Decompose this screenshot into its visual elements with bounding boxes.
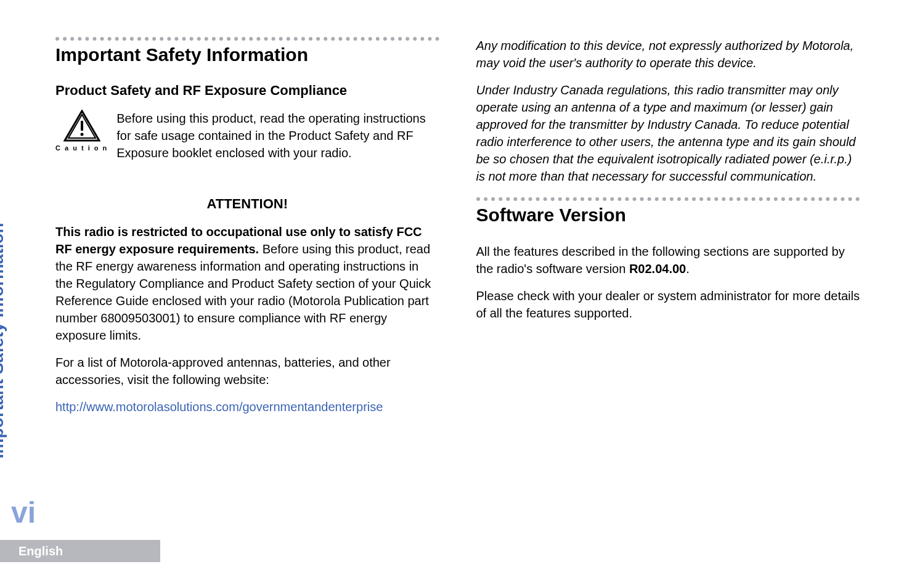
page-number: vi (11, 496, 36, 529)
heading-rf-compliance: Product Safety and RF Exposure Complianc… (55, 83, 439, 99)
fcc-rest-text: Before using this product, read the RF e… (55, 242, 431, 342)
svg-point-3 (80, 133, 83, 136)
software-version-paragraph: All the features described in the follow… (476, 243, 860, 277)
footer-language: English (0, 540, 160, 562)
heading-software-version: Software Version (476, 205, 860, 226)
right-column: Any modification to this device, not exp… (476, 37, 860, 415)
side-tab-label: Important Safety Information (0, 223, 7, 459)
caution-block: C a u t i o n Before using this product,… (55, 110, 439, 171)
modification-notice: Any modification to this device, not exp… (476, 37, 860, 71)
left-column: Important Safety Information Product Saf… (55, 37, 439, 415)
dealer-paragraph: Please check with your dealer or system … (476, 287, 860, 322)
caution-icon (63, 110, 100, 142)
industry-canada-notice: Under Industry Canada regulations, this … (476, 81, 860, 185)
accessories-paragraph: For a list of Motorola-approved antennas… (55, 354, 439, 388)
svg-rect-2 (81, 121, 83, 131)
attention-heading: ATTENTION! (55, 196, 439, 212)
section-divider (55, 37, 439, 41)
software-text-b: . (686, 262, 690, 276)
fcc-paragraph: This radio is restricted to occupational… (55, 223, 439, 344)
heading-safety-info: Important Safety Information (55, 44, 439, 65)
caution-text: Before using this product, read the oper… (116, 110, 439, 161)
caution-icon-wrap: C a u t i o n (55, 110, 108, 171)
software-version-value: R02.04.00 (629, 262, 686, 276)
caution-label: C a u t i o n (55, 144, 108, 152)
section-divider (476, 197, 860, 201)
motorola-link[interactable]: http://www.motorolasolutions.com/governm… (55, 398, 439, 415)
